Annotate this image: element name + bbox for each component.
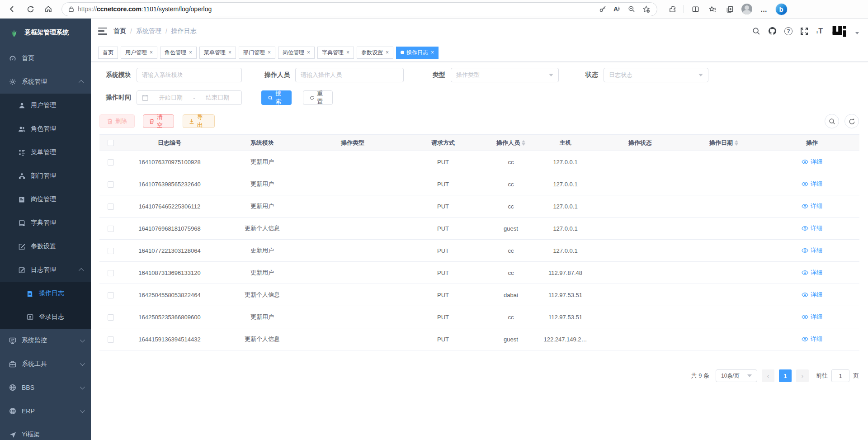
sidebar-item-home[interactable]: 首页	[0, 47, 91, 70]
close-icon[interactable]: ×	[431, 49, 434, 56]
sidebar-item-yi[interactable]: Yi框架	[0, 423, 91, 440]
header-search-icon[interactable]	[752, 27, 760, 35]
col-date[interactable]: 操作日期	[683, 135, 764, 151]
sidebar-item-system[interactable]: 系统管理	[0, 70, 91, 94]
sort-icon[interactable]	[522, 140, 525, 146]
favorites-bar-icon[interactable]	[705, 2, 720, 16]
close-icon[interactable]: ×	[386, 49, 389, 56]
sidebar-item-param[interactable]: 参数设置	[0, 235, 91, 258]
extensions-icon[interactable]	[665, 2, 680, 16]
sidebar-item-loginlog[interactable]: 登录日志	[0, 305, 91, 329]
row-checkbox[interactable]	[108, 203, 114, 210]
row-checkbox[interactable]	[108, 181, 114, 188]
detail-link[interactable]: 详细	[802, 202, 822, 210]
sidebar-item-operlog[interactable]: 操作日志	[0, 282, 91, 305]
sidebar-item-bbs[interactable]: BBS	[0, 376, 91, 399]
avatar-dropdown-icon[interactable]	[855, 32, 859, 34]
date-range-input[interactable]: 开始日期 - 结束日期	[137, 90, 242, 105]
operator-input[interactable]: 请输入操作人员	[295, 68, 404, 82]
tab-home[interactable]: 首页	[98, 47, 118, 59]
status-select[interactable]: 日志状态	[604, 68, 708, 82]
detail-link[interactable]: 详细	[802, 158, 822, 166]
tab-menu[interactable]: 菜单管理×	[199, 47, 236, 59]
breadcrumb-system[interactable]: 系统管理	[136, 27, 161, 35]
page-size-select[interactable]: 10条/页	[716, 369, 757, 382]
detail-link[interactable]: 详细	[802, 291, 822, 299]
sidebar-item-log[interactable]: 日志管理	[0, 258, 91, 282]
delete-button[interactable]: 删除	[99, 114, 135, 128]
tab-role[interactable]: 角色管理×	[160, 47, 197, 59]
split-screen-icon[interactable]	[688, 2, 703, 16]
table-search-toggle-icon[interactable]	[825, 114, 839, 128]
sidebar-item-dept[interactable]: 部门管理	[0, 164, 91, 188]
col-operator[interactable]: 操作人员	[488, 135, 533, 151]
page-1-button[interactable]: 1	[779, 369, 792, 382]
row-checkbox[interactable]	[108, 314, 114, 321]
detail-link[interactable]: 详细	[802, 246, 822, 255]
breadcrumb-home[interactable]: 首页	[113, 27, 126, 35]
read-aloud-icon[interactable]: A	[611, 2, 623, 16]
back-icon[interactable]	[5, 2, 20, 16]
sidebar-item-dict[interactable]: 字典管理	[0, 211, 91, 235]
help-icon[interactable]: ?	[784, 27, 793, 35]
sidebar-item-user[interactable]: 用户管理	[0, 94, 91, 117]
detail-link[interactable]: 详细	[802, 335, 822, 343]
github-icon[interactable]	[768, 27, 777, 35]
row-checkbox[interactable]	[108, 226, 114, 232]
detail-link[interactable]: 详细	[802, 224, 822, 232]
collections-icon[interactable]	[722, 2, 737, 16]
goto-page-input[interactable]	[831, 369, 849, 382]
tab-param[interactable]: 参数设置×	[357, 47, 393, 59]
close-icon[interactable]: ×	[228, 49, 231, 56]
tab-post[interactable]: 岗位管理×	[278, 47, 315, 59]
user-avatar[interactable]	[830, 23, 848, 40]
add-favorite-icon[interactable]	[640, 2, 652, 16]
profile-avatar[interactable]	[739, 2, 755, 16]
sidebar-item-menu[interactable]: 菜单管理	[0, 141, 91, 164]
reset-button[interactable]: 重置	[303, 90, 333, 105]
sidebar-item-erp[interactable]: ERP	[0, 399, 91, 423]
row-checkbox[interactable]	[108, 292, 114, 298]
password-key-icon[interactable]	[596, 2, 609, 16]
tab-dict[interactable]: 字典管理×	[317, 47, 354, 59]
type-select[interactable]: 操作类型	[451, 68, 559, 82]
clear-button[interactable]: 清空	[143, 114, 174, 128]
close-icon[interactable]: ×	[268, 49, 271, 56]
close-icon[interactable]: ×	[346, 49, 349, 56]
tab-dept[interactable]: 部门管理×	[239, 47, 275, 59]
prev-page-button[interactable]: ‹	[762, 369, 774, 382]
next-page-button[interactable]: ›	[796, 369, 809, 382]
sidebar-item-post[interactable]: 岗位管理	[0, 188, 91, 211]
detail-link[interactable]: 详细	[802, 180, 822, 188]
module-input[interactable]: 请输入系统模块	[137, 68, 242, 82]
close-icon[interactable]: ×	[189, 49, 192, 56]
sort-icon[interactable]	[735, 140, 738, 146]
detail-link[interactable]: 详细	[802, 313, 822, 321]
detail-link[interactable]: 详细	[802, 269, 822, 277]
export-button[interactable]: 导出	[183, 114, 215, 128]
browser-menu-icon[interactable]: …	[756, 2, 772, 16]
row-checkbox[interactable]	[108, 159, 114, 166]
zoom-out-icon[interactable]	[625, 2, 638, 16]
cell-date	[683, 328, 764, 350]
collapse-sidebar-icon[interactable]	[98, 28, 107, 35]
table-refresh-icon[interactable]	[844, 114, 859, 128]
sidebar-item-role[interactable]: 角色管理	[0, 117, 91, 141]
home-icon[interactable]	[41, 2, 56, 16]
sidebar-item-monitor[interactable]: 系统监控	[0, 329, 91, 352]
font-size-icon[interactable]: тT	[816, 27, 823, 35]
close-icon[interactable]: ×	[150, 49, 153, 56]
address-bar[interactable]: https://ccnetcore.com:1101/system/log/op…	[61, 2, 657, 16]
tab-operlog-active[interactable]: 操作日志×	[396, 47, 439, 59]
refresh-icon[interactable]	[23, 2, 38, 16]
row-checkbox[interactable]	[108, 336, 114, 343]
bing-chat-icon[interactable]: b	[774, 2, 789, 16]
search-button[interactable]: 搜索	[261, 90, 292, 105]
tab-user[interactable]: 用户管理×	[121, 47, 157, 59]
fullscreen-icon[interactable]	[800, 27, 808, 35]
close-icon[interactable]: ×	[307, 49, 310, 56]
select-all-checkbox[interactable]	[108, 140, 114, 146]
sidebar-item-tools[interactable]: 系统工具	[0, 352, 91, 376]
row-checkbox[interactable]	[108, 248, 114, 254]
row-checkbox[interactable]	[108, 270, 114, 276]
